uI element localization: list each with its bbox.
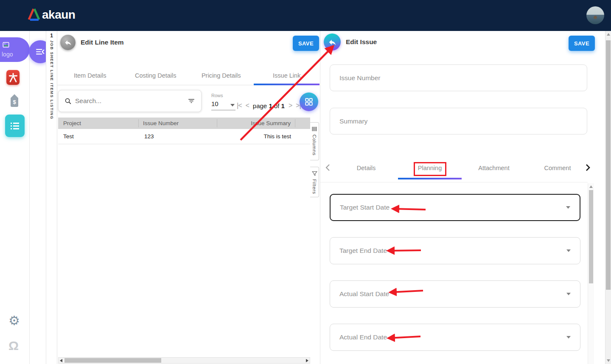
first-page-button[interactable]: |< [237,102,242,109]
top-navbar: akaun [0,0,611,31]
issue-tabs-border [320,182,588,182]
da-character-icon [8,72,18,83]
target-end-date-label: Target End Date [339,247,387,255]
table-header-row: Project Issue Number Issue Summary [58,118,310,129]
dropdown-caret-icon[interactable] [566,249,571,252]
listing-tab-label: JOB SHEET LINE ITEMS LISTING [50,40,54,120]
dropdown-caret-icon[interactable] [566,336,571,339]
sidebar-item-listing-active[interactable] [5,115,25,137]
edit-line-item-panel: Edit Line Item SAVE Item Details Costing… [57,31,320,364]
target-start-date-field[interactable]: Target Start Date [330,194,580,221]
cell-issue-number: 123 [139,133,217,140]
sidebar-item-app[interactable] [6,70,20,85]
rows-label: Rows [211,93,223,98]
broken-image-icon [2,41,10,49]
tab-costing-details[interactable]: Costing Details [123,67,189,85]
rows-caret-icon [230,104,235,106]
window-scroll-down-icon[interactable] [607,359,610,362]
columns-tab-label: Columns [312,134,317,156]
dropdown-caret-icon[interactable] [566,206,570,209]
summary-label: Summary [339,118,367,125]
grid-view-button[interactable] [300,92,318,111]
table-row[interactable]: Test 123 This is test [58,129,310,144]
filters-tab-label: Filters [312,179,317,194]
listing-tab-index: 1 [46,33,57,39]
back-button-line-item[interactable] [60,35,76,50]
issue-number-field[interactable]: Issue Number [330,64,587,91]
actual-start-date-field[interactable]: Actual Start Date [330,280,580,308]
brand-name: akaun [42,8,75,22]
profile-person-icon[interactable]: Ω [8,339,19,352]
tab-attachment[interactable]: Attachment [478,165,509,171]
cell-project: Test [58,133,139,140]
inner-scroll-up-icon[interactable] [589,185,593,188]
edit-issue-panel: Edit Issue SAVE Issue Number Summary Det… [320,31,605,364]
target-end-date-field[interactable]: Target End Date [330,237,580,264]
dropdown-caret-icon[interactable] [566,293,571,295]
menu-open-icon [35,46,46,57]
actual-end-date-label: Actual End Date [339,333,387,341]
window-scrollbar[interactable] [605,31,611,364]
active-tab-underline-left [254,84,320,85]
page-indicator: page 1 of 1 [253,102,285,109]
line-item-tabs: Item Details Costing Details Pricing Det… [57,67,320,85]
grid-icon [304,97,314,106]
back-arrow-icon [64,39,72,47]
tab-details[interactable]: Details [357,165,376,171]
page-title-line-item: Edit Line Item [81,39,124,46]
active-tab-underline-right [398,178,462,179]
akaun-logo-icon [27,7,40,21]
issue-number-label: Issue Number [339,74,380,82]
price-tag-icon: $ [9,94,20,107]
vertical-listing-tab[interactable]: 1 JOB SHEET LINE ITEMS LISTING [46,31,57,364]
list-icon [10,121,20,131]
tab-item-details[interactable]: Item Details [57,67,123,85]
tenant-logo-widget[interactable]: logo [0,37,30,62]
cell-issue-summary: This is test [217,133,295,140]
issue-link-table: Project Issue Number Issue Summary Test … [58,118,310,144]
tab-issue-link[interactable]: Issue Link [254,67,320,85]
save-button-line-item[interactable]: SAVE [293,36,319,51]
search-icon [64,98,72,105]
summary-field[interactable]: Summary [330,108,587,134]
target-start-date-label: Target Start Date [340,204,390,211]
tab-pricing-details[interactable]: Pricing Details [188,67,254,85]
header-issue-number[interactable]: Issue Number [139,119,217,127]
rows-value: 10 [211,100,219,107]
search-box [58,90,202,112]
rows-per-page-select[interactable]: 10 [211,100,235,110]
tabs-scroll-left-icon[interactable] [325,163,331,172]
prev-page-button[interactable]: < [246,102,249,109]
horizontal-scrollbar[interactable] [58,357,310,364]
filters-side-tab[interactable]: Filters [310,167,319,197]
filter-funnel-icon [312,171,317,176]
filter-list-icon[interactable] [188,97,195,105]
header-project[interactable]: Project [58,119,139,127]
tab-planning[interactable]: Planning [418,165,442,171]
pagination: |< < page 1 of 1 > >| [237,102,301,109]
next-page-button[interactable]: > [289,102,292,109]
actual-start-date-label: Actual Start Date [339,290,389,298]
logo-label: logo [2,51,13,58]
settings-gear-icon[interactable]: ⚙ [8,314,20,327]
columns-side-tab[interactable]: Columns [310,122,319,160]
save-button-issue[interactable]: SAVE [569,36,595,51]
window-scroll-up-icon[interactable] [607,33,610,36]
actual-end-date-field[interactable]: Actual End Date [330,324,580,351]
sidebar-item-pricing[interactable]: $ [9,94,20,109]
scroll-left-arrow-icon[interactable] [60,359,62,362]
app-sidebar: logo $ ⚙ Ω [0,31,30,364]
scroll-right-arrow-icon[interactable] [306,359,308,362]
header-issue-summary[interactable]: Issue Summary [217,119,295,127]
search-input[interactable] [75,97,188,105]
svg-text:$: $ [13,99,16,105]
inner-scrollbar[interactable] [588,183,594,364]
user-avatar[interactable] [586,6,604,24]
back-button-issue[interactable] [324,34,341,50]
tab-comment[interactable]: Comment [544,165,571,171]
horizontal-scrollbar-thumb[interactable] [64,358,161,363]
inner-scrollbar-thumb[interactable] [589,190,593,283]
window-scrollbar-thumb[interactable] [606,40,611,290]
columns-icon [312,126,317,132]
tabs-scroll-right-icon[interactable] [584,163,591,172]
